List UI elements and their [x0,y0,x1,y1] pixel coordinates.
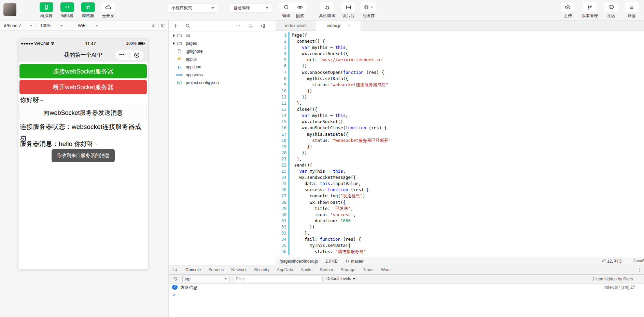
multi-window-icon[interactable] [160,23,166,28]
console-tab-security[interactable]: Security [250,265,273,275]
frame-context-select[interactable]: top [182,276,229,282]
editor-tab-index-wxml[interactable]: index.wxml [276,21,316,31]
code-line[interactable]: 4 wx.connectSocket({ [276,51,644,57]
code-line[interactable]: 33 }, [276,230,644,236]
tree-item-app-wxss[interactable]: wxssapp.wxss [169,71,275,79]
source-location-link[interactable]: index.js? [sm]:27 [604,285,635,290]
mode-select[interactable]: 小程序模式 [168,3,218,13]
code-line[interactable]: 22 send(){ [276,162,644,168]
code-line[interactable]: 20 }) [276,150,644,156]
close-tab-icon[interactable]: × [347,23,350,28]
community-button[interactable]: 社区 [603,2,619,19]
console-tab-sources[interactable]: Sources [205,265,227,275]
code-line[interactable]: 27 console.log("发送信息") [276,193,644,199]
code-line[interactable]: 7 wx.onSocketOpen(function (res) { [276,69,644,76]
outline-view-icon[interactable] [248,23,253,28]
tree-item-pages[interactable]: pages [169,39,275,47]
console-filter-input[interactable] [234,276,323,282]
code-line[interactable]: 16 wx.onSocketClose(function (res) { [276,125,644,131]
console-tab-console[interactable]: Console [182,265,205,275]
code-line[interactable]: 23 var myThis = this; [276,168,644,174]
code-line[interactable]: 9 status:"websocket连接服务器成功" [276,82,644,88]
more-actions-icon[interactable] [236,23,241,28]
code-line[interactable]: 30 icon: 'success', [276,212,644,218]
remote-debug-button[interactable]: 真机调试 [316,2,338,19]
console-prompt[interactable]: > [169,291,644,299]
console-tab-trace[interactable]: Trace [359,265,377,275]
tree-item-lib[interactable]: lib [169,31,275,39]
language-mode-label[interactable]: JavaScript [633,259,644,263]
zoom-select[interactable]: 100% [40,21,63,31]
code-line[interactable]: 17 myThis.setData({ [276,131,644,137]
search-icon[interactable] [185,23,191,28]
preview-button[interactable]: 预览 [292,2,307,19]
tree-item--gitignore[interactable]: .gitignore [169,47,275,55]
console-tab-wxml[interactable]: Wxml [377,265,395,275]
cloud-dev-button[interactable]: 云开发 [98,2,118,19]
mute-speaker-icon[interactable] [151,23,157,28]
code-line[interactable]: 32 }) [276,224,644,230]
code-line[interactable]: 2 connect() { [276,38,644,44]
more-menu-button[interactable]: ••• [115,50,129,60]
code-line[interactable]: 13 close(){ [276,106,644,113]
chevron-right-icon[interactable] [173,34,175,37]
code-line[interactable]: 24 wx.sendSocketMessage({ [276,174,644,181]
console-tab-audits[interactable]: Audits [297,265,316,275]
code-line[interactable]: 1Page({ [276,32,644,38]
code-area[interactable]: 1Page({2 connect() {3 var myThis = this;… [276,31,644,257]
device-select[interactable]: iPhone 7 [4,21,32,31]
code-line[interactable]: 36 status: "请连接服务器" [276,249,644,255]
code-line[interactable]: 28 wx.showToast({ [276,199,644,206]
console-tab-appdata[interactable]: AppData [273,265,297,275]
code-line[interactable]: 19 }) [276,144,644,150]
code-line[interactable]: 21 }, [276,156,644,162]
code-line[interactable]: 31 duration: 1000 [276,218,644,224]
connect-websocket-button[interactable]: 连接webSocket服务器 [19,64,147,78]
compile-mode-select[interactable]: 普通编译 [230,3,272,13]
upload-button[interactable]: 上传 [559,2,576,19]
console-tab-sensor[interactable]: Sensor [316,265,337,275]
code-line[interactable]: 12 }, [276,100,644,106]
clear-console-icon[interactable] [173,276,178,281]
tree-item-app-json[interactable]: {}app.json [169,63,275,71]
code-line[interactable]: 14 var myThis = this; [276,113,644,119]
network-select[interactable]: WiFi [78,21,98,31]
code-line[interactable]: 5 url: 'wss://weixin.techeek.cn' [276,57,644,63]
switch-background-button[interactable]: 切后台 [339,2,358,19]
code-line[interactable]: 3 var myThis = this; [276,44,644,51]
version-control-button[interactable]: 版本管理 [579,2,601,19]
tree-item-app-js[interactable]: JSapp.js [169,55,275,63]
simulator-toggle-button[interactable]: 模拟器 [36,2,57,19]
devtools-menu-icon[interactable]: ⋮ [637,267,642,272]
git-branch-indicator[interactable]: master [345,259,364,264]
log-levels-select[interactable]: Default levels [326,276,355,281]
exit-miniprogram-button[interactable] [130,50,144,60]
tree-item-project-config-json[interactable]: {o}project.config.json [169,79,275,87]
code-line[interactable]: 29 title: '已发送', [276,206,644,212]
code-line[interactable]: 8 myThis.setData({ [276,76,644,82]
inspect-element-icon[interactable] [172,267,178,273]
console-tab-storage[interactable]: Storage [337,265,359,275]
code-line[interactable]: 34 fail: function (res) { [276,236,644,242]
code-line[interactable]: 25 data: this.inputValue, [276,181,644,187]
editor-toggle-button[interactable]: 编辑器 [57,2,78,19]
user-avatar[interactable] [3,3,16,16]
disconnect-websocket-button[interactable]: 断开webSocket服务器 [19,80,147,94]
new-file-icon[interactable] [173,23,178,28]
code-line[interactable]: 15 wx.closeSocket() [276,119,644,125]
code-line[interactable]: 10 }) [276,88,644,94]
code-line[interactable]: 26 success: function (res) { [276,187,644,193]
code-line[interactable]: 6 }) [276,63,644,69]
code-line[interactable]: 18 status: "websocket服务器已经断开" [276,137,644,144]
cursor-position-label[interactable]: 行 12, 列 5 [602,259,621,264]
chevron-right-icon[interactable] [173,42,175,45]
clear-cache-button[interactable]: 清缓存 [359,2,378,19]
collapse-panel-icon[interactable] [260,23,265,28]
send-message-button[interactable]: 向webSocket服务器发送消息 [19,105,147,120]
console-tab-network[interactable]: Network [227,265,250,275]
details-button[interactable]: 详情 [624,2,640,19]
debugger-toggle-button[interactable]: 调试器 [78,2,98,19]
editor-tab-index-js[interactable]: index.js× [316,21,361,31]
code-line[interactable]: 11 }) [276,94,644,100]
code-line[interactable]: 35 myThis.setData({ [276,242,644,249]
